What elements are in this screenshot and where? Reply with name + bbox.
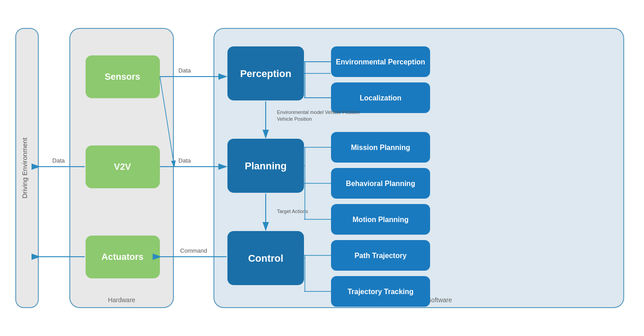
svg-rect-24 bbox=[331, 132, 430, 163]
svg-rect-2 bbox=[16, 28, 38, 308]
svg-text:Command: Command bbox=[180, 247, 207, 254]
svg-text:Environmental Perception: Environmental Perception bbox=[336, 58, 425, 66]
svg-rect-20 bbox=[331, 46, 430, 77]
svg-line-51 bbox=[304, 62, 331, 73]
svg-text:Planning: Planning bbox=[245, 160, 287, 172]
svg-text:Driving Environment: Driving Environment bbox=[21, 137, 28, 199]
svg-text:Behavioral Planning: Behavioral Planning bbox=[346, 180, 415, 187]
svg-text:Mission Planning: Mission Planning bbox=[351, 144, 410, 151]
svg-rect-10 bbox=[86, 236, 160, 278]
svg-text:Vehicle Position: Vehicle Position bbox=[277, 116, 312, 122]
svg-text:Motion Planning: Motion Planning bbox=[353, 216, 408, 223]
svg-rect-4 bbox=[70, 28, 173, 308]
svg-rect-14 bbox=[227, 46, 304, 100]
svg-text:Data: Data bbox=[52, 157, 65, 164]
svg-rect-12 bbox=[214, 28, 624, 308]
svg-text:Data: Data bbox=[178, 67, 191, 74]
svg-rect-32 bbox=[331, 276, 430, 307]
svg-rect-26 bbox=[331, 168, 430, 199]
diagram-container: Driving Environment Hardware Sensors V2V… bbox=[11, 10, 633, 326]
svg-text:Trajectory Tracking: Trajectory Tracking bbox=[348, 288, 414, 295]
svg-text:Actuators: Actuators bbox=[101, 252, 143, 262]
svg-rect-22 bbox=[331, 82, 430, 113]
arrows-svg: Driving Environment Hardware Sensors V2V… bbox=[11, 10, 633, 326]
svg-rect-6 bbox=[86, 55, 160, 98]
svg-text:Target Actions: Target Actions bbox=[277, 209, 308, 214]
svg-text:Localization: Localization bbox=[360, 94, 401, 102]
svg-rect-8 bbox=[86, 145, 160, 188]
svg-rect-18 bbox=[227, 231, 304, 285]
svg-text:Data: Data bbox=[178, 157, 191, 164]
svg-text:Hardware: Hardware bbox=[108, 296, 136, 304]
svg-text:Path Trajectory: Path Trajectory bbox=[354, 252, 407, 259]
svg-text:Environmental model
Vehicle Po: Environmental model Vehicle Position bbox=[277, 109, 360, 115]
svg-rect-28 bbox=[331, 204, 430, 235]
svg-line-67 bbox=[160, 77, 174, 167]
svg-rect-16 bbox=[227, 139, 304, 193]
svg-text:Sensors: Sensors bbox=[105, 72, 141, 82]
svg-text:V2V: V2V bbox=[114, 162, 131, 172]
svg-text:Perception: Perception bbox=[240, 68, 291, 79]
svg-rect-30 bbox=[331, 240, 430, 271]
svg-text:Control: Control bbox=[248, 253, 283, 264]
svg-text:Hardware and Software: Hardware and Software bbox=[385, 296, 452, 304]
